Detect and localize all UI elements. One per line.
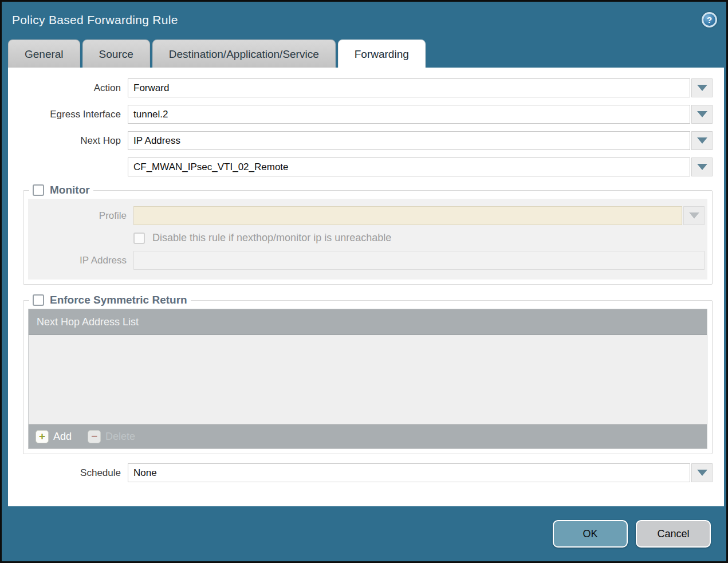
next-hop-address-list-body	[29, 335, 707, 424]
monitor-disabled-panel: Profile Disable this rule if nexthop/mon…	[28, 199, 707, 279]
next-hop-address-row: CF_MWAN_IPsec_VTI_02_Remote	[8, 158, 724, 176]
next-hop-address-list-table: Next Hop Address List + Add − Delete	[28, 309, 707, 449]
action-dropdown-button[interactable]	[691, 78, 713, 97]
next-hop-type-input[interactable]: IP Address	[128, 131, 690, 150]
help-icon[interactable]: ?	[702, 12, 717, 27]
next-hop-address-list-header: Next Hop Address List	[29, 309, 707, 335]
schedule-dropdown-button[interactable]	[691, 463, 713, 482]
profile-row: Profile	[28, 206, 707, 225]
monitor-ip-address-row: IP Address	[28, 251, 707, 270]
egress-interface-input[interactable]: tunnel.2	[128, 105, 690, 124]
egress-interface-dropdown-button[interactable]	[691, 105, 713, 124]
profile-label: Profile	[28, 210, 127, 222]
monitor-fieldset: Monitor Profile Disable this rule if nex…	[23, 184, 713, 285]
monitor-legend: Monitor	[29, 184, 93, 196]
disable-rule-label: Disable this rule if nexthop/monitor ip …	[152, 232, 391, 244]
schedule-label: Schedule	[8, 467, 121, 479]
profile-input	[133, 206, 682, 225]
chevron-down-icon	[697, 111, 707, 117]
cancel-button[interactable]: Cancel	[636, 520, 711, 548]
chevron-down-icon	[689, 212, 699, 219]
tab-bar: General Source Destination/Application/S…	[2, 38, 726, 68]
minus-icon: −	[88, 430, 101, 443]
action-row: Action Forward	[8, 78, 724, 97]
egress-interface-row: Egress Interface tunnel.2	[8, 105, 724, 124]
tab-source[interactable]: Source	[82, 40, 150, 68]
chevron-down-icon	[697, 85, 707, 91]
disable-rule-checkbox	[133, 233, 145, 244]
tab-forwarding[interactable]: Forwarding	[338, 40, 426, 68]
delete-button-label: Delete	[105, 431, 135, 443]
next-hop-address-dropdown-button[interactable]	[691, 158, 713, 176]
tab-general[interactable]: General	[8, 40, 80, 68]
schedule-input[interactable]: None	[128, 463, 690, 482]
symmetric-return-legend-label: Enforce Symmetric Return	[50, 294, 187, 306]
forwarding-tab-panel: Action Forward Egress Interface tunnel.2…	[8, 68, 724, 506]
add-button[interactable]: + Add	[36, 430, 72, 443]
dialog-title: Policy Based Forwarding Rule	[12, 13, 178, 27]
monitor-ip-address-input	[133, 251, 705, 270]
chevron-down-icon	[697, 470, 707, 476]
chevron-down-icon	[697, 164, 707, 170]
action-input[interactable]: Forward	[128, 78, 690, 97]
chevron-down-icon	[697, 137, 707, 144]
plus-icon: +	[36, 430, 49, 443]
next-hop-address-input[interactable]: CF_MWAN_IPsec_VTI_02_Remote	[128, 158, 690, 176]
next-hop-row: Next Hop IP Address	[8, 131, 724, 150]
egress-interface-label: Egress Interface	[8, 109, 121, 120]
schedule-row: Schedule None	[8, 463, 724, 482]
disable-rule-row: Disable this rule if nexthop/monitor ip …	[133, 232, 707, 244]
symmetric-return-fieldset: Enforce Symmetric Return Next Hop Addres…	[23, 294, 713, 454]
monitor-legend-label: Monitor	[50, 184, 90, 196]
add-button-label: Add	[53, 431, 72, 443]
profile-dropdown-button	[683, 206, 705, 225]
policy-based-forwarding-dialog: Policy Based Forwarding Rule ? General S…	[0, 0, 728, 563]
next-hop-address-list-toolbar: + Add − Delete	[29, 424, 707, 448]
monitor-ip-address-label: IP Address	[28, 255, 127, 266]
next-hop-type-dropdown-button[interactable]	[691, 131, 713, 150]
titlebar: Policy Based Forwarding Rule ?	[2, 2, 726, 38]
action-label: Action	[8, 82, 121, 94]
symmetric-return-checkbox[interactable]	[33, 294, 44, 306]
tab-destination-application-service[interactable]: Destination/Application/Service	[152, 40, 336, 68]
symmetric-return-legend: Enforce Symmetric Return	[29, 294, 191, 306]
delete-button: − Delete	[88, 430, 135, 443]
ok-button[interactable]: OK	[553, 520, 628, 548]
next-hop-label: Next Hop	[8, 135, 121, 147]
monitor-checkbox[interactable]	[33, 184, 44, 196]
dialog-footer: OK Cancel	[2, 506, 726, 561]
